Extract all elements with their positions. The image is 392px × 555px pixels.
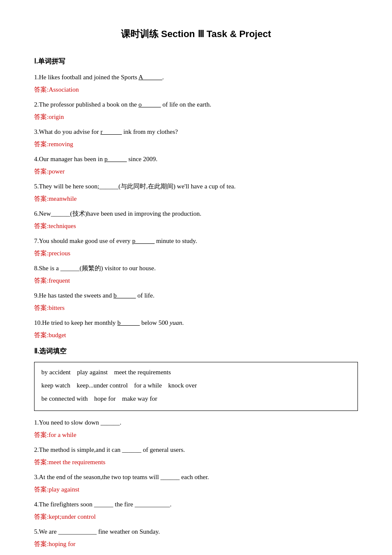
q4-text-after: since 2009.: [127, 156, 157, 162]
q10-text-after: below 500 yuan.: [140, 319, 184, 326]
question-8: 8.She is a ______(频繁的) visitor to our ho…: [34, 263, 358, 274]
s2-q5-text: 5.We are ____________ fine weather on Su…: [34, 528, 160, 535]
q2-text-before: 2.The professor published a book on the: [34, 101, 138, 108]
section1: Ⅰ.单词拼写 1.He likes football and joined th…: [34, 55, 358, 341]
section1-heading: Ⅰ.单词拼写: [34, 55, 358, 68]
question-6: 6.New______(技术)have been used in improvi…: [34, 208, 358, 220]
section2-heading: Ⅱ.选词填空: [34, 345, 358, 358]
phrase-line-3: be connected with hope for make way for: [41, 393, 351, 405]
q1-blank: A______: [138, 74, 162, 81]
page-title: 课时训练 Section Ⅲ Task & Project: [34, 26, 358, 43]
question-7: 7.You should make good use of every p___…: [34, 235, 358, 247]
phrase-line-2: keep watch keep...under control for a wh…: [41, 380, 351, 391]
q7-text-before: 7.You should make good use of every: [34, 237, 132, 244]
q2-text-after: of life on the earth.: [161, 101, 211, 108]
answer-5: 答案:meanwhile: [34, 193, 358, 205]
s2-answer-4: 答案:kept;under control: [34, 511, 358, 523]
phrase-box: by accident play against meet the requir…: [34, 362, 358, 411]
q9-text-after: of life.: [136, 292, 155, 299]
q3-text-before: 3.What do you advise for: [34, 128, 101, 135]
question-3: 3.What do you advise for r______ ink fro…: [34, 126, 358, 138]
question-9: 9.He has tasted the sweets and b______ o…: [34, 290, 358, 301]
answer-7: 答案:precious: [34, 248, 358, 259]
question-1: 1.He likes football and joined the Sport…: [34, 72, 358, 83]
s2-question-2: 2.The method is simple,and it can ______…: [34, 444, 358, 456]
q6-text: 6.New______(技术)have been used in improvi…: [34, 210, 201, 217]
s2-answer-3: 答案:play against: [34, 484, 358, 495]
s2-answer-2: 答案:meet the requirements: [34, 457, 358, 468]
s2-answer-5: 答案:hoping for: [34, 538, 358, 550]
q9-text-before: 9.He has tasted the sweets and: [34, 292, 113, 299]
s2-question-5: 5.We are ____________ fine weather on Su…: [34, 526, 358, 538]
q8-text: 8.She is a ______(频繁的) visitor to our ho…: [34, 265, 156, 272]
question-2: 2.The professor published a book on the …: [34, 99, 358, 110]
q10-blank: b______: [117, 319, 140, 326]
s2-answer-1: 答案:for a while: [34, 429, 358, 441]
q3-text-after: ink from my clothes?: [122, 128, 178, 135]
answer-10: 答案:budget: [34, 330, 358, 341]
q9-blank: b______: [113, 292, 136, 299]
q5-text: 5.They will be here soon;______(与此同时,在此期…: [34, 183, 236, 190]
q2-blank: o______: [138, 101, 161, 108]
answer-9: 答案:bitters: [34, 302, 358, 314]
q10-text-before: 10.He tried to keep her monthly: [34, 319, 117, 326]
question-5: 5.They will be here soon;______(与此同时,在此期…: [34, 181, 358, 192]
s2-question-1: 1.You need to slow down ______.: [34, 417, 358, 428]
answer-6: 答案:techniques: [34, 220, 358, 232]
q3-blank: r______: [101, 128, 122, 135]
q7-blank: p______: [132, 237, 155, 244]
phrase-line-1: by accident play against meet the requir…: [41, 367, 351, 378]
answer-4: 答案:power: [34, 166, 358, 177]
s2-q3-text: 3.At the end of the season,the two top t…: [34, 474, 209, 480]
answer-8: 答案:frequent: [34, 275, 358, 286]
s2-q4-text: 4.The firefighters soon ______ the fire …: [34, 501, 171, 508]
q4-blank: p______: [104, 156, 127, 162]
question-4: 4.Our manager has been in p______ since …: [34, 153, 358, 165]
s2-q1-text: 1.You need to slow down ______.: [34, 419, 121, 426]
section2: Ⅱ.选词填空 by accident play against meet the…: [34, 345, 358, 550]
q1-text-before: 1.He likes football and joined the Sport…: [34, 74, 138, 81]
s2-q2-text: 2.The method is simple,and it can ______…: [34, 446, 185, 453]
s2-question-3: 3.At the end of the season,the two top t…: [34, 471, 358, 483]
q4-text-before: 4.Our manager has been in: [34, 156, 104, 162]
s2-question-4: 4.The firefighters soon ______ the fire …: [34, 499, 358, 510]
answer-3: 答案:removing: [34, 139, 358, 150]
q7-text-after: minute to study.: [155, 237, 197, 244]
question-10: 10.He tried to keep her monthly b______ …: [34, 317, 358, 329]
answer-1: 答案:Association: [34, 84, 358, 95]
answer-2: 答案:origin: [34, 111, 358, 123]
q1-text-after: .: [162, 74, 164, 81]
